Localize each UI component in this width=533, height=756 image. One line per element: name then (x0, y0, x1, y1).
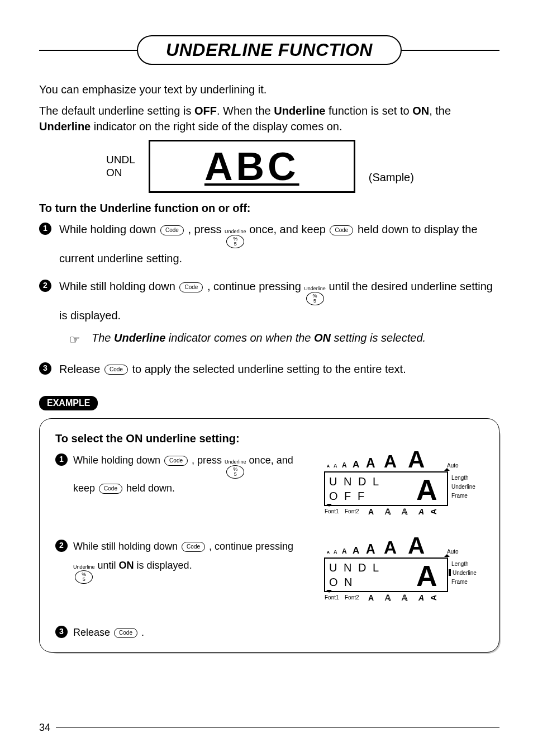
intro-line-2: The default underline setting is OFF. Wh… (39, 103, 499, 134)
svg-text:𝔸: 𝔸 (384, 507, 391, 516)
step-number: 2 (55, 540, 68, 552)
underline-key: Underline %5 (73, 565, 95, 584)
svg-text:A: A (429, 594, 438, 600)
device-display-off: A A A A A A A Auto U N D L O F F (321, 451, 483, 523)
svg-text:𝔸: 𝔸 (401, 593, 408, 602)
sample-row: UNDL ON ABC (Sample) (106, 140, 499, 193)
page-title: UNDERLINE FUNCTION (137, 35, 402, 65)
code-key: Code (160, 225, 184, 235)
text: Release (73, 627, 113, 638)
example-badge: EXAMPLE (39, 396, 98, 410)
text: to apply the selected underline setting … (132, 363, 406, 375)
lcd-big-a: A (416, 560, 437, 592)
font2-label: Font2 (345, 508, 359, 514)
step-number: 3 (39, 362, 51, 375)
svg-text:A: A (342, 461, 347, 469)
text: held down. (126, 483, 175, 494)
text: While still holding down (59, 280, 178, 292)
intro-line-1: You can emphasize your text by underlini… (39, 82, 499, 97)
text: While still holding down (73, 541, 180, 552)
text-bold: ON (412, 105, 429, 117)
code-key: Code (164, 456, 188, 466)
step-number: 1 (39, 223, 51, 235)
section-heading: To turn the Underline function on or off… (39, 202, 499, 215)
page-number: 34 (39, 722, 50, 734)
svg-text:A: A (342, 547, 347, 555)
lcd-big-a: A (416, 474, 437, 506)
svg-text:𝔸: 𝔸 (384, 593, 391, 602)
text: While holding down (73, 455, 163, 466)
step-2: 2 While still holding down Code , contin… (39, 276, 499, 351)
sample-state-label: UNDL ON (106, 154, 135, 179)
text: . When the (217, 105, 274, 117)
lcd-text: ABC (204, 144, 299, 189)
lcd-line2: O N (329, 576, 354, 588)
text: . (141, 627, 144, 638)
svg-text:A: A (418, 507, 424, 516)
svg-text:A: A (408, 451, 425, 472)
svg-text:A: A (418, 593, 424, 602)
text-bold: Underline (39, 120, 91, 133)
device-display-on: A A A A A A A Auto U N D L O N (321, 537, 483, 609)
code-key: Code (330, 225, 353, 235)
step-number: 3 (55, 626, 68, 638)
example-title: To select the ON underline setting: (55, 432, 483, 445)
svg-text:A: A (327, 550, 330, 554)
font1-label: Font1 (325, 594, 339, 601)
frame-label: Frame (451, 579, 468, 585)
text: setting is selected. (331, 332, 426, 344)
font1-label: Font1 (325, 508, 339, 514)
svg-text:A: A (368, 507, 374, 516)
key-5: 5 (234, 242, 237, 247)
steps-list: 1 While holding down Code , press Underl… (39, 219, 499, 379)
svg-text:A: A (334, 549, 337, 555)
length-label: Length (451, 475, 469, 481)
key-top-label: Underline (304, 286, 326, 291)
underline-key: Underline %5 (225, 229, 246, 248)
key-top-label: Underline (73, 565, 95, 570)
text: The (92, 332, 114, 344)
lcd-line2: O F F (329, 490, 366, 502)
code-key: Code (104, 365, 128, 375)
step-3: 3 Release Code to apply the selected und… (39, 359, 499, 379)
text: indicator comes on when the (165, 332, 314, 344)
text: function is set to (325, 105, 412, 117)
key-top-label: Underline (225, 229, 246, 234)
underline-label: Underline (451, 484, 475, 490)
text: , press (192, 455, 225, 466)
lcd-display: ABC (149, 140, 355, 193)
svg-text:A: A (334, 463, 337, 469)
svg-text:A: A (327, 464, 330, 468)
key-5: 5 (313, 299, 316, 304)
svg-text:A: A (366, 542, 375, 556)
auto-label: Auto (447, 549, 459, 555)
text: , continue pressing (209, 541, 293, 552)
font2-label: Font2 (345, 594, 359, 601)
svg-text:A: A (366, 456, 375, 470)
example-row-2: 2 While still holding down Code , contin… (55, 537, 483, 612)
underline-key: Underline %5 (225, 460, 246, 479)
key-top-label: Underline (225, 460, 246, 465)
key-5: 5 (234, 472, 237, 477)
text-bold: ON (314, 332, 331, 344)
step-1: 1 While holding down Code , press Underl… (39, 219, 499, 268)
text: While holding down (59, 223, 159, 235)
text: , the (429, 105, 451, 117)
code-key: Code (179, 282, 203, 292)
page-number-rule (56, 727, 499, 728)
text: is displayed. (134, 560, 192, 571)
text: until (98, 560, 119, 571)
text: indicator on the right side of the displ… (91, 120, 342, 133)
svg-text:A: A (353, 545, 359, 556)
frame-label: Frame (451, 493, 468, 499)
auto-label: Auto (447, 462, 459, 469)
code-key: Code (114, 628, 137, 638)
svg-text:A: A (408, 537, 425, 559)
underline-label: Underline (453, 570, 477, 576)
key-5: 5 (83, 577, 85, 582)
lcd-line1: U N D L (329, 475, 380, 488)
text: once, and keep (249, 223, 329, 235)
text: , press (188, 223, 225, 235)
text-bold: Underline (274, 105, 325, 117)
text: , continue pressing (207, 280, 304, 292)
